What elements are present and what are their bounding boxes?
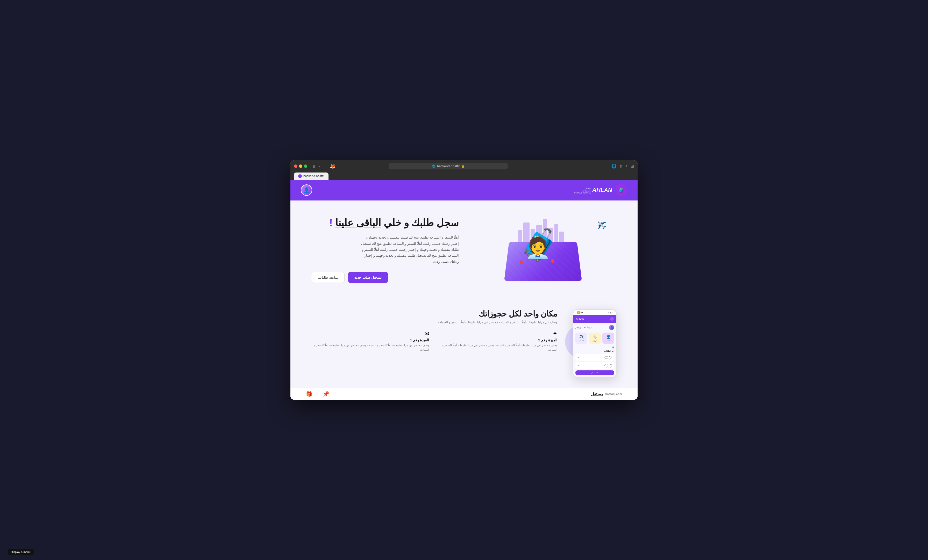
- feature-1-name: الميزة رقم 1: [311, 338, 429, 342]
- tooltip-text: Display a menu: [11, 551, 31, 554]
- trip2-sub: طلب سفر: [604, 364, 612, 366]
- url-text: backend.hostfit: [437, 164, 459, 168]
- traffic-lights: [294, 165, 307, 168]
- tooltip-bar: Display a menu: [8, 549, 34, 555]
- phone-greeting: 👤 مرحباً، محمد إبراهيم: [575, 325, 614, 330]
- features-title: مكان واحد لكل حجوزاتك: [311, 309, 557, 318]
- feature-2-desc: وصف مختصر عن مزايا تطبيقات أهلًا للسفر و…: [440, 343, 557, 352]
- phone-icon-offers[interactable]: 🏷️ عروض: [589, 333, 601, 344]
- traveler-illustration: 🧳 🧑‍💼: [499, 214, 587, 286]
- logo-text: AHLAN: [592, 187, 612, 194]
- phone-body: 👤 مرحباً، محمد إبراهيم 👤 شخصي 🏷️ ع: [573, 323, 616, 377]
- hero-image: ✈️: [469, 214, 617, 286]
- window-controls: ⊞ ‹ ›: [311, 164, 326, 169]
- hero-title-part1: سجل طلبك و خلي: [384, 217, 459, 228]
- trip2-icon: ●: [577, 365, 579, 367]
- tab-label: backend.hostfit: [304, 174, 324, 178]
- requests-label: طلبات: [579, 340, 584, 342]
- tab-favicon: [298, 174, 302, 178]
- phone-mockup-area: ١:٥٨ ▪▪▪ 📶 AHLAN 👤 مرحباً، محمد إبراهيم: [573, 309, 617, 378]
- address-bar[interactable]: 🌐 backend.hostfit 🔒: [389, 163, 508, 169]
- personal-icon: 👤: [606, 335, 611, 339]
- phone-user-avatar: 👤: [609, 325, 614, 330]
- globe-icon: 🌐: [611, 164, 617, 169]
- share-icon[interactable]: ⬆: [619, 164, 623, 169]
- active-tab[interactable]: backend.hostfit: [294, 172, 328, 180]
- traffic-light-green[interactable]: [304, 165, 307, 168]
- airplane-icon: ✈️: [597, 221, 606, 230]
- offers-label: عروض: [592, 340, 597, 342]
- phone-cta-btn[interactable]: طلب سفر: [575, 371, 614, 375]
- mostaql-arabic-text: مستقل: [591, 392, 603, 397]
- traveler-person: 🧑‍💼: [525, 236, 551, 260]
- trip1-name: رحلة تونس: [604, 356, 612, 357]
- browser-chrome: ⊞ ‹ › 🦊 🌐 backend.hostfit 🔒 🌐 ⬆ + ⊞: [290, 160, 638, 180]
- phone-trip-card-2[interactable]: طلب سفر إلى لبنان ●: [575, 362, 614, 369]
- new-request-button[interactable]: تسجيل طلب جديد: [348, 272, 388, 283]
- traffic-light-red[interactable]: [294, 165, 298, 168]
- lock-icon: 🔒: [461, 165, 465, 168]
- hero-buttons: تسجيل طلب جديد متابعة طلباتك: [311, 272, 459, 283]
- phone-icons-row: 👤 شخصي 🏷️ عروض ✈️ طلبات: [575, 333, 614, 344]
- feature-item-2: ✦ الميزة رقم 2 وصف مختصر عن مزايا تطبيقا…: [440, 330, 557, 352]
- feature-1-desc: وصف مختصر عن مزايا تطبيقات أهلًا للسفر و…: [311, 343, 429, 352]
- follow-requests-button[interactable]: متابعة طلباتك: [311, 272, 345, 283]
- phone-status-bar: ١:٥٨ ▪▪▪ 📶: [573, 310, 616, 315]
- filter-icon: ☰: [575, 346, 614, 349]
- features-grid: ✦ الميزة رقم 2 وصف مختصر عن مزايا تطبيقا…: [311, 330, 557, 352]
- user-avatar[interactable]: 👤: [301, 185, 312, 196]
- security-icon: 🌐: [432, 165, 435, 168]
- website-content: 👤 للسفر والسياحة TRAVEL & TOURISM AHLAN: [290, 180, 638, 400]
- requests-icon: ✈️: [579, 335, 584, 339]
- browser-top-bar: ⊞ ‹ › 🦊 🌐 backend.hostfit 🔒 🌐 ⬆ + ⊞: [294, 163, 634, 172]
- logo-subtitle-en: TRAVEL & TOURISM: [574, 192, 591, 194]
- hero-description: أهلًا للسفر و السياحة تطبيق يتيح لك طلبك…: [360, 234, 459, 265]
- phone-signal: ▪▪▪ 📶: [577, 311, 583, 314]
- browser-window: ⊞ ‹ › 🦊 🌐 backend.hostfit 🔒 🌐 ⬆ + ⊞: [290, 160, 638, 400]
- new-tab-icon[interactable]: +: [625, 163, 628, 169]
- phone-icon-personal[interactable]: 👤 شخصي: [602, 333, 614, 344]
- feature-2-name: الميزة رقم 2: [440, 338, 557, 342]
- bottom-nav-right-icons: 🎁 📌: [306, 391, 329, 397]
- back-icon[interactable]: ‹: [318, 164, 322, 169]
- feature-2-icon: ✦: [440, 330, 557, 337]
- offers-icon: 🏷️: [593, 335, 597, 339]
- site-header: 👤 للسفر والسياحة TRAVEL & TOURISM AHLAN: [290, 180, 638, 200]
- hero-title-exclaim: !: [329, 217, 333, 228]
- phone-icon-requests[interactable]: ✈️ طلبات: [575, 333, 587, 344]
- trip1-icon: ●: [577, 356, 579, 359]
- hero-section: ✈️: [290, 200, 638, 299]
- phone-time: ١:٥٨: [608, 311, 613, 314]
- logo-figure-icon: 🧳: [615, 184, 627, 196]
- bookmark-icon[interactable]: ⊞: [630, 164, 634, 169]
- trip1-sub: مبكرة للحجز: [604, 357, 612, 359]
- browser-right-controls: 🌐 ⬆ + ⊞: [611, 163, 634, 169]
- bottom-bar: 🎁 📌 مستقل mostaql.com: [290, 388, 638, 400]
- logo-subtitle-travel: للسفر: [585, 187, 591, 189]
- hero-title-underlined: الباقى علينا: [335, 217, 381, 228]
- phone-frame: ١:٥٨ ▪▪▪ 📶 AHLAN 👤 مرحباً، محمد إبراهيم: [573, 309, 617, 378]
- traffic-light-yellow[interactable]: [299, 165, 302, 168]
- mostaql-logo: مستقل mostaql.com: [591, 392, 622, 397]
- sidebar-toggle-icon[interactable]: ⊞: [311, 164, 317, 169]
- phone-header: AHLAN: [573, 315, 616, 323]
- features-subtitle: وصف عن مزايا تطبيقات أهلًا للسفر و السيا…: [311, 320, 557, 324]
- features-section: مكان واحد لكل حجوزاتك وصف عن مزايا تطبيق…: [311, 309, 557, 352]
- browser-tabs: backend.hostfit: [294, 172, 634, 180]
- phone-greeting-text: مرحباً، محمد إبراهيم: [575, 327, 592, 329]
- hero-text: سجل طلبك و خلي الباقى علينا ! أهلًا للسف…: [311, 217, 459, 283]
- phone-menu-icon: [610, 317, 614, 320]
- phone-logo: AHLAN: [576, 317, 584, 320]
- site-logo: للسفر والسياحة TRAVEL & TOURISM AHLAN 🧳: [574, 184, 627, 196]
- mostaql-domain: mostaql.com: [604, 392, 622, 395]
- feature-item-1: ✉ الميزة رقم 1 وصف مختصر عن مزايا تطبيقا…: [311, 330, 429, 352]
- bottom-nav-icon-1[interactable]: 🎁: [306, 391, 313, 397]
- feature-1-icon: ✉: [311, 330, 429, 337]
- hero-title: سجل طلبك و خلي الباقى علينا !: [311, 217, 459, 229]
- personal-label: شخصي: [606, 340, 611, 342]
- bottom-nav-icon-2[interactable]: 📌: [323, 391, 329, 397]
- browser-icon: 🦊: [330, 163, 336, 169]
- logo-subtitle-tourism: والسياحة: [582, 189, 591, 192]
- phone-trip-card-1[interactable]: رحلة تونس مبكرة للحجز ●: [575, 354, 614, 361]
- forward-icon: ›: [323, 164, 327, 169]
